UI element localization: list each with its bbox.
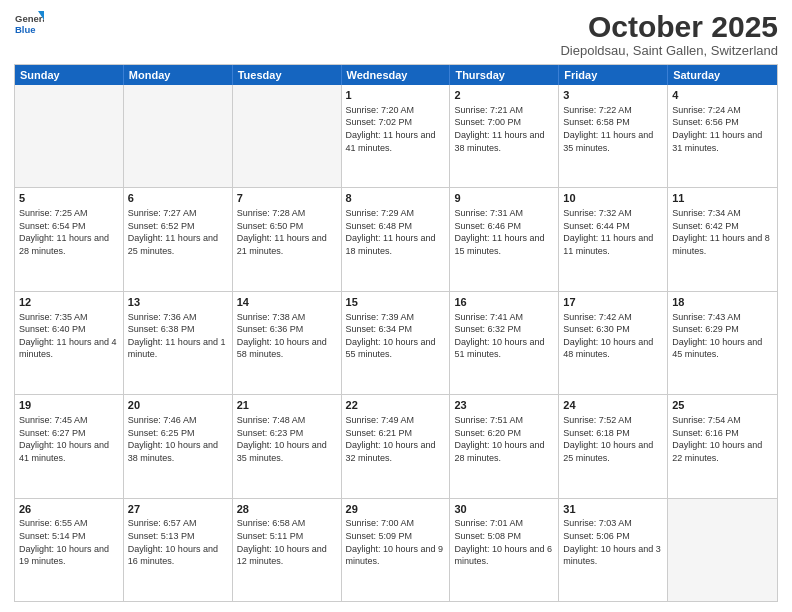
cal-cell-2-0: 12Sunrise: 7:35 AM Sunset: 6:40 PM Dayli… xyxy=(15,292,124,394)
week-row-2: 12Sunrise: 7:35 AM Sunset: 6:40 PM Dayli… xyxy=(15,291,777,394)
cal-cell-2-1: 13Sunrise: 7:36 AM Sunset: 6:38 PM Dayli… xyxy=(124,292,233,394)
cell-info-17: Sunrise: 7:42 AM Sunset: 6:30 PM Dayligh… xyxy=(563,311,663,361)
day-num-7: 7 xyxy=(237,191,337,206)
header-thursday: Thursday xyxy=(450,65,559,85)
cell-info-27: Sunrise: 6:57 AM Sunset: 5:13 PM Dayligh… xyxy=(128,517,228,567)
cell-info-23: Sunrise: 7:51 AM Sunset: 6:20 PM Dayligh… xyxy=(454,414,554,464)
day-num-16: 16 xyxy=(454,295,554,310)
cal-cell-3-6: 25Sunrise: 7:54 AM Sunset: 6:16 PM Dayli… xyxy=(668,395,777,497)
day-num-8: 8 xyxy=(346,191,446,206)
cal-cell-2-4: 16Sunrise: 7:41 AM Sunset: 6:32 PM Dayli… xyxy=(450,292,559,394)
header-monday: Monday xyxy=(124,65,233,85)
week-row-4: 26Sunrise: 6:55 AM Sunset: 5:14 PM Dayli… xyxy=(15,498,777,601)
cal-cell-1-1: 6Sunrise: 7:27 AM Sunset: 6:52 PM Daylig… xyxy=(124,188,233,290)
cal-cell-0-1 xyxy=(124,85,233,187)
day-num-5: 5 xyxy=(19,191,119,206)
cell-info-30: Sunrise: 7:01 AM Sunset: 5:08 PM Dayligh… xyxy=(454,517,554,567)
logo-svg: General Blue xyxy=(14,10,44,40)
day-num-2: 2 xyxy=(454,88,554,103)
logo: General Blue xyxy=(14,10,44,40)
day-num-21: 21 xyxy=(237,398,337,413)
cal-cell-4-5: 31Sunrise: 7:03 AM Sunset: 5:06 PM Dayli… xyxy=(559,499,668,601)
cell-info-11: Sunrise: 7:34 AM Sunset: 6:42 PM Dayligh… xyxy=(672,207,773,257)
cal-cell-2-5: 17Sunrise: 7:42 AM Sunset: 6:30 PM Dayli… xyxy=(559,292,668,394)
cal-cell-3-5: 24Sunrise: 7:52 AM Sunset: 6:18 PM Dayli… xyxy=(559,395,668,497)
title-block: October 2025 Diepoldsau, Saint Gallen, S… xyxy=(560,10,778,58)
cell-info-8: Sunrise: 7:29 AM Sunset: 6:48 PM Dayligh… xyxy=(346,207,446,257)
cal-cell-4-3: 29Sunrise: 7:00 AM Sunset: 5:09 PM Dayli… xyxy=(342,499,451,601)
cal-cell-3-3: 22Sunrise: 7:49 AM Sunset: 6:21 PM Dayli… xyxy=(342,395,451,497)
day-num-11: 11 xyxy=(672,191,773,206)
day-num-28: 28 xyxy=(237,502,337,517)
day-num-10: 10 xyxy=(563,191,663,206)
cal-cell-4-0: 26Sunrise: 6:55 AM Sunset: 5:14 PM Dayli… xyxy=(15,499,124,601)
cell-info-22: Sunrise: 7:49 AM Sunset: 6:21 PM Dayligh… xyxy=(346,414,446,464)
cell-info-1: Sunrise: 7:20 AM Sunset: 7:02 PM Dayligh… xyxy=(346,104,446,154)
cell-info-12: Sunrise: 7:35 AM Sunset: 6:40 PM Dayligh… xyxy=(19,311,119,361)
cal-cell-0-2 xyxy=(233,85,342,187)
cell-info-16: Sunrise: 7:41 AM Sunset: 6:32 PM Dayligh… xyxy=(454,311,554,361)
cal-cell-1-0: 5Sunrise: 7:25 AM Sunset: 6:54 PM Daylig… xyxy=(15,188,124,290)
cal-cell-2-6: 18Sunrise: 7:43 AM Sunset: 6:29 PM Dayli… xyxy=(668,292,777,394)
cell-info-31: Sunrise: 7:03 AM Sunset: 5:06 PM Dayligh… xyxy=(563,517,663,567)
cell-info-15: Sunrise: 7:39 AM Sunset: 6:34 PM Dayligh… xyxy=(346,311,446,361)
day-num-19: 19 xyxy=(19,398,119,413)
day-num-30: 30 xyxy=(454,502,554,517)
cell-info-5: Sunrise: 7:25 AM Sunset: 6:54 PM Dayligh… xyxy=(19,207,119,257)
cal-cell-4-2: 28Sunrise: 6:58 AM Sunset: 5:11 PM Dayli… xyxy=(233,499,342,601)
cal-cell-3-0: 19Sunrise: 7:45 AM Sunset: 6:27 PM Dayli… xyxy=(15,395,124,497)
day-num-17: 17 xyxy=(563,295,663,310)
day-num-4: 4 xyxy=(672,88,773,103)
day-num-12: 12 xyxy=(19,295,119,310)
week-row-0: 1Sunrise: 7:20 AM Sunset: 7:02 PM Daylig… xyxy=(15,85,777,187)
header-friday: Friday xyxy=(559,65,668,85)
cell-info-4: Sunrise: 7:24 AM Sunset: 6:56 PM Dayligh… xyxy=(672,104,773,154)
week-row-3: 19Sunrise: 7:45 AM Sunset: 6:27 PM Dayli… xyxy=(15,394,777,497)
calendar-header: Sunday Monday Tuesday Wednesday Thursday… xyxy=(15,65,777,85)
cal-cell-0-5: 3Sunrise: 7:22 AM Sunset: 6:58 PM Daylig… xyxy=(559,85,668,187)
day-num-6: 6 xyxy=(128,191,228,206)
cell-info-6: Sunrise: 7:27 AM Sunset: 6:52 PM Dayligh… xyxy=(128,207,228,257)
cal-cell-0-3: 1Sunrise: 7:20 AM Sunset: 7:02 PM Daylig… xyxy=(342,85,451,187)
cal-cell-3-2: 21Sunrise: 7:48 AM Sunset: 6:23 PM Dayli… xyxy=(233,395,342,497)
day-num-22: 22 xyxy=(346,398,446,413)
day-num-14: 14 xyxy=(237,295,337,310)
cell-info-7: Sunrise: 7:28 AM Sunset: 6:50 PM Dayligh… xyxy=(237,207,337,257)
header-sunday: Sunday xyxy=(15,65,124,85)
calendar-body: 1Sunrise: 7:20 AM Sunset: 7:02 PM Daylig… xyxy=(15,85,777,601)
day-num-24: 24 xyxy=(563,398,663,413)
day-num-1: 1 xyxy=(346,88,446,103)
cal-cell-1-2: 7Sunrise: 7:28 AM Sunset: 6:50 PM Daylig… xyxy=(233,188,342,290)
header: General Blue October 2025 Diepoldsau, Sa… xyxy=(14,10,778,58)
location: Diepoldsau, Saint Gallen, Switzerland xyxy=(560,43,778,58)
cell-info-29: Sunrise: 7:00 AM Sunset: 5:09 PM Dayligh… xyxy=(346,517,446,567)
cal-cell-0-6: 4Sunrise: 7:24 AM Sunset: 6:56 PM Daylig… xyxy=(668,85,777,187)
cell-info-20: Sunrise: 7:46 AM Sunset: 6:25 PM Dayligh… xyxy=(128,414,228,464)
cal-cell-2-3: 15Sunrise: 7:39 AM Sunset: 6:34 PM Dayli… xyxy=(342,292,451,394)
cell-info-18: Sunrise: 7:43 AM Sunset: 6:29 PM Dayligh… xyxy=(672,311,773,361)
day-num-9: 9 xyxy=(454,191,554,206)
header-tuesday: Tuesday xyxy=(233,65,342,85)
cal-cell-1-5: 10Sunrise: 7:32 AM Sunset: 6:44 PM Dayli… xyxy=(559,188,668,290)
day-num-27: 27 xyxy=(128,502,228,517)
day-num-15: 15 xyxy=(346,295,446,310)
cal-cell-3-1: 20Sunrise: 7:46 AM Sunset: 6:25 PM Dayli… xyxy=(124,395,233,497)
day-num-18: 18 xyxy=(672,295,773,310)
week-row-1: 5Sunrise: 7:25 AM Sunset: 6:54 PM Daylig… xyxy=(15,187,777,290)
calendar: Sunday Monday Tuesday Wednesday Thursday… xyxy=(14,64,778,602)
cell-info-26: Sunrise: 6:55 AM Sunset: 5:14 PM Dayligh… xyxy=(19,517,119,567)
cell-info-2: Sunrise: 7:21 AM Sunset: 7:00 PM Dayligh… xyxy=(454,104,554,154)
page: General Blue October 2025 Diepoldsau, Sa… xyxy=(0,0,792,612)
cell-info-10: Sunrise: 7:32 AM Sunset: 6:44 PM Dayligh… xyxy=(563,207,663,257)
svg-text:Blue: Blue xyxy=(15,24,36,35)
month-title: October 2025 xyxy=(560,10,778,43)
cell-info-19: Sunrise: 7:45 AM Sunset: 6:27 PM Dayligh… xyxy=(19,414,119,464)
cal-cell-2-2: 14Sunrise: 7:38 AM Sunset: 6:36 PM Dayli… xyxy=(233,292,342,394)
cal-cell-4-4: 30Sunrise: 7:01 AM Sunset: 5:08 PM Dayli… xyxy=(450,499,559,601)
cal-cell-1-3: 8Sunrise: 7:29 AM Sunset: 6:48 PM Daylig… xyxy=(342,188,451,290)
svg-text:General: General xyxy=(15,13,44,24)
cal-cell-1-6: 11Sunrise: 7:34 AM Sunset: 6:42 PM Dayli… xyxy=(668,188,777,290)
cell-info-28: Sunrise: 6:58 AM Sunset: 5:11 PM Dayligh… xyxy=(237,517,337,567)
cal-cell-0-0 xyxy=(15,85,124,187)
cal-cell-0-4: 2Sunrise: 7:21 AM Sunset: 7:00 PM Daylig… xyxy=(450,85,559,187)
